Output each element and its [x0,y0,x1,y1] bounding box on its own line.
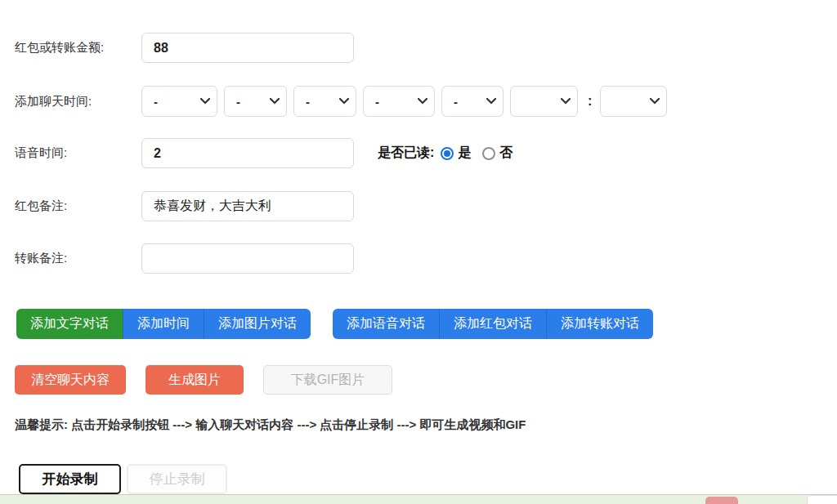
chat-generator-form: 红包或转账金额: 添加聊天时间: - - - - [0,0,837,494]
transfer-note-label: 转账备注: [15,251,141,266]
amount-input[interactable] [141,33,354,63]
time-select-3: - [293,86,356,117]
bottom-white-tab[interactable] [807,495,837,504]
bottom-red-tab[interactable] [705,497,738,504]
time-select-hour [510,86,578,117]
time-select-1: - [141,86,217,117]
read-yes-label: 是 [458,145,471,162]
form-row-chat-time: 添加聊天时间: - - - - - [15,86,837,117]
voice-time-input[interactable] [141,138,354,168]
read-status-label: 是否已读: [378,145,434,162]
download-gif-button[interactable]: 下载GIF图片 [263,365,392,395]
form-row-amount: 红包或转账金额: [15,33,837,63]
add-text-chat-button[interactable]: 添加文字对话 [16,309,123,339]
chat-time-label: 添加聊天时间: [15,94,141,109]
time-select-2-control[interactable]: - [224,86,287,117]
time-select-4: - [363,86,435,117]
redpacket-note-label: 红包备注: [15,198,141,214]
time-select-5: - [441,86,504,117]
read-no-radio[interactable] [482,147,495,160]
time-select-hour-control[interactable] [510,86,578,117]
start-record-button[interactable]: 开始录制 [19,464,121,494]
add-buttons-row: 添加文字对话 添加时间 添加图片对话 添加语音对话 添加红包对话 添加转账对话 [16,309,837,339]
add-transfer-chat-button[interactable]: 添加转账对话 [546,309,653,339]
add-image-chat-button[interactable]: 添加图片对话 [204,309,311,339]
read-no-label: 否 [499,145,512,162]
read-status-group: 是否已读: 是 否 [378,145,524,162]
tip-text: 温馨提示: 点击开始录制按钮 ---> 输入聊天对话内容 ---> 点击停止录制… [15,417,837,433]
time-select-5-control[interactable]: - [441,86,504,117]
time-select-2: - [224,86,287,117]
read-status-option-no: 否 [482,145,512,162]
add-buttons-group-1: 添加文字对话 添加时间 添加图片对话 [16,309,311,339]
action-buttons-row: 清空聊天内容 生成图片 下载GIF图片 [15,365,837,395]
form-row-voice-time: 语音时间: 是否已读: 是 否 [15,138,837,168]
clear-chat-button[interactable]: 清空聊天内容 [15,365,126,395]
time-select-1-control[interactable]: - [141,86,217,117]
time-select-3-control[interactable]: - [293,86,356,117]
stop-record-button[interactable]: 停止录制 [127,464,227,494]
transfer-note-input[interactable] [141,243,354,274]
read-status-option-yes: 是 [441,145,471,162]
time-colon-separator: : [588,94,592,109]
form-row-redpacket-note: 红包备注: [15,191,837,221]
add-voice-chat-button[interactable]: 添加语音对话 [333,309,439,339]
record-buttons-row: 开始录制 停止录制 [19,464,837,494]
time-select-4-control[interactable]: - [363,86,435,117]
time-select-minute-control[interactable] [600,86,667,117]
redpacket-note-input[interactable] [141,191,354,221]
time-select-minute [600,86,667,117]
generate-image-button[interactable]: 生成图片 [145,365,244,395]
add-time-button[interactable]: 添加时间 [123,309,204,339]
read-yes-radio[interactable] [441,147,454,160]
add-buttons-group-2: 添加语音对话 添加红包对话 添加转账对话 [333,309,653,339]
form-row-transfer-note: 转账备注: [15,243,837,274]
voice-time-label: 语音时间: [15,145,141,161]
amount-label: 红包或转账金额: [15,40,141,56]
bottom-notice-bar [0,494,837,504]
add-redpacket-chat-button[interactable]: 添加红包对话 [439,309,546,339]
